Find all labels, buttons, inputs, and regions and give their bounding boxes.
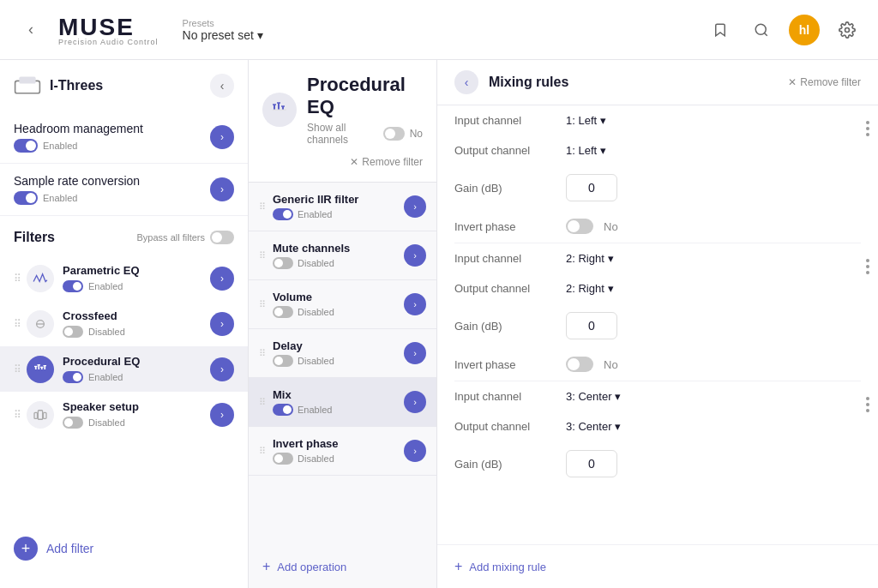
gain-input-3[interactable] bbox=[566, 450, 617, 477]
remove-filter-button[interactable]: ✕ Remove filter bbox=[350, 156, 423, 168]
op-toggle-mix[interactable] bbox=[273, 404, 293, 416]
crossfeed-toggle[interactable] bbox=[63, 326, 83, 338]
drag-handle-parametric[interactable]: ⠿ bbox=[14, 273, 21, 285]
op-item-mix[interactable]: ⠿ Mix Enabled › bbox=[249, 378, 436, 427]
speaker-setup-arrow[interactable]: › bbox=[210, 403, 234, 427]
add-mixing-rule-button[interactable]: + Add mixing rule bbox=[437, 544, 878, 588]
op-toggle-volume[interactable] bbox=[273, 306, 293, 318]
op-drag-volume[interactable]: ⠿ bbox=[259, 299, 266, 310]
input-channel-dropdown-3[interactable]: 3: Center ▾ bbox=[566, 390, 621, 403]
op-drag-generic[interactable]: ⠿ bbox=[259, 201, 266, 213]
op-item-volume[interactable]: ⠿ Volume Disabled › bbox=[249, 280, 436, 329]
op-arrow-volume[interactable]: › bbox=[404, 293, 426, 315]
right-remove-button[interactable]: ✕ Remove filter bbox=[788, 76, 861, 88]
drag-handle-crossfeed[interactable]: ⠿ bbox=[14, 318, 21, 330]
svg-point-0 bbox=[755, 24, 766, 34]
speaker-setup-status-text: Disabled bbox=[88, 417, 125, 428]
speaker-setup-icon bbox=[27, 401, 54, 429]
drag-handle-procedural[interactable]: ⠿ bbox=[14, 363, 21, 375]
speaker-setup-info: Speaker setup Disabled bbox=[63, 400, 210, 429]
invert-label-2: Invert phase bbox=[454, 358, 566, 371]
crossfeed-arrow[interactable]: › bbox=[210, 312, 234, 336]
op-item-generic-iir[interactable]: ⠿ Generic IIR filter Enabled › bbox=[249, 183, 436, 231]
presets-dropdown[interactable]: No preset set ▾ bbox=[183, 28, 263, 42]
rule-row-output-ch-2: Output channel 2: Right ▾ bbox=[437, 273, 857, 303]
op-status-text-generic: Enabled bbox=[298, 209, 332, 219]
back-button[interactable]: ‹ bbox=[17, 16, 45, 44]
samplerate-toggle[interactable] bbox=[14, 191, 38, 205]
remove-filter-label: Remove filter bbox=[362, 156, 423, 168]
input-channel-dropdown-2[interactable]: 2: Right ▾ bbox=[566, 252, 614, 265]
avatar[interactable]: hl bbox=[789, 15, 820, 45]
speaker-setup-toggle[interactable] bbox=[63, 417, 83, 429]
operations-list: ⠿ Generic IIR filter Enabled › ⠿ Mute ch… bbox=[249, 183, 436, 545]
rule-more-3[interactable] bbox=[857, 381, 878, 412]
op-arrow-invert[interactable]: › bbox=[404, 440, 426, 462]
output-channel-dropdown-1[interactable]: 1: Left ▾ bbox=[566, 144, 606, 157]
show-all-toggle[interactable] bbox=[383, 127, 404, 141]
add-operation-button[interactable]: + Add operation bbox=[249, 545, 436, 588]
add-filter-button[interactable]: + Add filter bbox=[0, 523, 248, 574]
headroom-toggle[interactable] bbox=[14, 139, 38, 153]
op-arrow-mute[interactable]: › bbox=[404, 244, 426, 267]
invert-toggle-2[interactable] bbox=[566, 357, 593, 372]
sidebar-collapse-button[interactable]: ‹ bbox=[210, 74, 234, 98]
rule-more-1[interactable] bbox=[857, 105, 878, 136]
op-arrow-mix[interactable]: › bbox=[404, 391, 426, 413]
drag-handle-speaker[interactable]: ⠿ bbox=[14, 409, 21, 421]
input-channel-dropdown-1[interactable]: 1: Left ▾ bbox=[566, 114, 606, 127]
op-status-delay: Disabled bbox=[273, 355, 404, 367]
invert-toggle-1[interactable] bbox=[566, 219, 593, 234]
op-drag-mix[interactable]: ⠿ bbox=[259, 397, 266, 408]
dot-2a bbox=[866, 259, 869, 262]
headroom-arrow[interactable]: › bbox=[210, 125, 234, 149]
filter-item-procedural-eq[interactable]: ⠿ Procedural EQ Enabled › bbox=[0, 346, 248, 392]
op-drag-invert[interactable]: ⠿ bbox=[259, 446, 266, 457]
filter-item-parametric-eq[interactable]: ⠿ Parametric EQ Enabled › bbox=[0, 255, 248, 301]
op-toggle-mute[interactable] bbox=[273, 257, 293, 269]
op-toggle-invert[interactable] bbox=[273, 453, 293, 465]
input-channel-label-3: Input channel bbox=[454, 390, 566, 403]
search-icon[interactable] bbox=[748, 16, 775, 44]
op-toggle-generic[interactable] bbox=[273, 208, 293, 220]
device-name: I-Threes bbox=[50, 78, 210, 93]
bypass-label: Bypass all filters bbox=[137, 232, 205, 243]
op-toggle-delay[interactable] bbox=[273, 355, 293, 367]
op-status-text-volume: Disabled bbox=[298, 307, 334, 317]
op-drag-mute[interactable]: ⠿ bbox=[259, 250, 266, 261]
parametric-eq-arrow[interactable]: › bbox=[210, 267, 234, 291]
samplerate-arrow[interactable]: › bbox=[210, 177, 234, 201]
op-item-mute[interactable]: ⠿ Mute channels Disabled › bbox=[249, 231, 436, 280]
gain-input-2[interactable] bbox=[566, 312, 617, 339]
procedural-eq-arrow[interactable]: › bbox=[210, 357, 234, 381]
rule-row-input-ch-1: Input channel 1: Left ▾ bbox=[437, 105, 857, 135]
sidebar-item-headroom[interactable]: Headroom management Enabled › bbox=[0, 111, 248, 164]
settings-icon[interactable] bbox=[833, 16, 861, 44]
parametric-eq-toggle[interactable] bbox=[63, 280, 83, 292]
chevron-input-3-icon: ▾ bbox=[615, 390, 621, 403]
op-item-delay[interactable]: ⠿ Delay Disabled › bbox=[249, 329, 436, 378]
headroom-name: Headroom management bbox=[14, 122, 210, 135]
logo: MUSE Precision Audio Control bbox=[58, 14, 159, 46]
filter-item-speaker-setup[interactable]: ⠿ Speaker setup Disabled › bbox=[0, 392, 248, 437]
bypass-toggle[interactable] bbox=[210, 231, 234, 244]
filter-item-crossfeed[interactable]: ⠿ Crossfeed Disabled › bbox=[0, 301, 248, 346]
procedural-eq-toggle[interactable] bbox=[63, 371, 83, 383]
sidebar-item-samplerate[interactable]: Sample rate conversion Enabled › bbox=[0, 164, 248, 216]
op-info-invert: Invert phase Disabled bbox=[273, 437, 404, 465]
op-status-text-delay: Disabled bbox=[298, 356, 334, 366]
rule-more-2[interactable] bbox=[857, 243, 878, 274]
mixing-rules-back-icon[interactable]: ‹ bbox=[454, 70, 478, 94]
op-arrow-delay[interactable]: › bbox=[404, 342, 426, 364]
device-icon bbox=[14, 75, 41, 96]
output-channel-dropdown-2[interactable]: 2: Right ▾ bbox=[566, 282, 614, 295]
op-item-invert-phase[interactable]: ⠿ Invert phase Disabled › bbox=[249, 427, 436, 476]
gain-value-3 bbox=[566, 450, 617, 477]
procedural-eq-icon bbox=[27, 356, 54, 383]
gain-input-1[interactable] bbox=[566, 174, 617, 201]
op-drag-delay[interactable]: ⠿ bbox=[259, 348, 266, 359]
op-status-invert: Disabled bbox=[273, 453, 404, 465]
output-channel-dropdown-3[interactable]: 3: Center ▾ bbox=[566, 420, 621, 433]
op-arrow-generic[interactable]: › bbox=[404, 195, 426, 218]
bookmark-icon[interactable] bbox=[707, 16, 734, 44]
